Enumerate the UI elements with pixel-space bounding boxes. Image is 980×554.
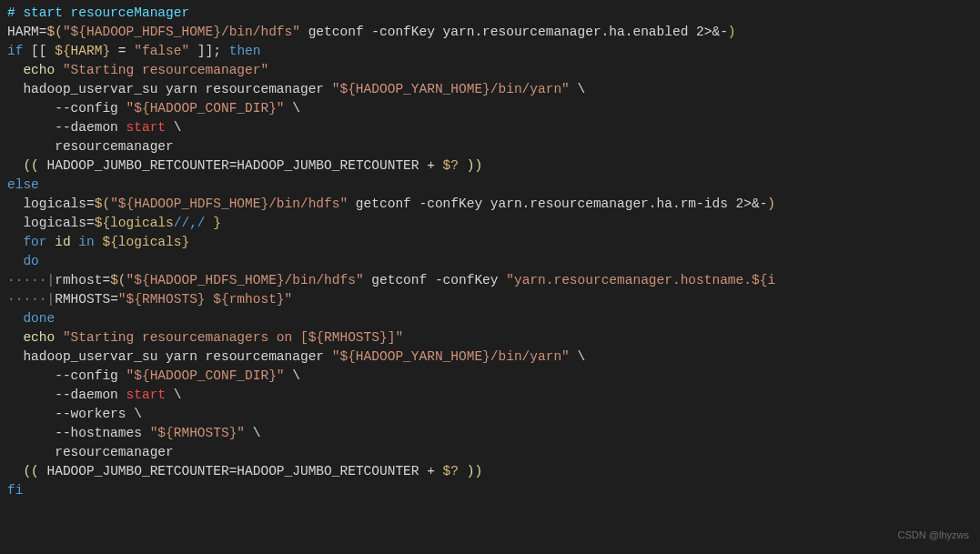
string: "${HADOOP_HDFS_HOME}/bin/hdfs" bbox=[63, 25, 300, 39]
param-close: } bbox=[206, 216, 221, 230]
keyword-fi: fi bbox=[7, 483, 23, 498]
var-name: rmhost bbox=[55, 273, 102, 287]
subshell-close: ) bbox=[728, 25, 736, 39]
code-line: --daemon start \ bbox=[7, 386, 980, 405]
code-line: logicals=$("${HADOOP_HDFS_HOME}/bin/hdfs… bbox=[7, 195, 980, 214]
command: hadoop_uservar_su yarn resourcemanager bbox=[7, 349, 332, 364]
args: getconf -confKey yarn.resourcemanager.ha… bbox=[300, 25, 728, 39]
var-name: RMHOSTS bbox=[55, 292, 110, 307]
subshell-open: $( bbox=[47, 25, 63, 39]
command: hadoop_uservar_su yarn resourcemanager bbox=[7, 82, 332, 96]
var-name: HARM bbox=[7, 25, 39, 39]
var-name: HADOOP_JUMBO_RETCOUNTER bbox=[237, 464, 419, 478]
string: "${RMHOSTS} ${rmhost}" bbox=[118, 292, 292, 307]
operator: = bbox=[39, 25, 47, 39]
bracket: [[ bbox=[23, 44, 55, 58]
continuation: \ bbox=[166, 120, 181, 135]
operator: = bbox=[86, 196, 95, 211]
pattern: //,/ bbox=[174, 216, 206, 230]
subshell-open: $( bbox=[110, 273, 126, 287]
indent bbox=[7, 235, 23, 249]
string: "yarn.resourcemanager.hostname.${i bbox=[506, 273, 775, 287]
keyword-if: if bbox=[7, 44, 23, 58]
continuation: \ bbox=[570, 349, 585, 364]
keyword-in: in bbox=[78, 235, 94, 249]
continuation: \ bbox=[285, 101, 300, 116]
operator: = bbox=[102, 273, 110, 287]
keyword-do: do bbox=[23, 254, 38, 268]
arith-open: (( bbox=[7, 158, 47, 173]
subshell-open: $( bbox=[95, 196, 110, 211]
subshell-close: ) bbox=[767, 196, 775, 211]
operator: = bbox=[110, 44, 134, 58]
loop-var: id bbox=[55, 235, 70, 249]
special-var: $? bbox=[443, 158, 459, 173]
subcommand: start bbox=[126, 388, 167, 402]
flag: --daemon bbox=[7, 120, 126, 135]
var-name: HADOOP_JUMBO_RETCOUNTER bbox=[47, 464, 229, 478]
string: "${HADOOP_YARN_HOME}/bin/yarn" bbox=[332, 82, 570, 96]
code-line: (( HADOOP_JUMBO_RETCOUNTER=HADOOP_JUMBO_… bbox=[7, 156, 980, 176]
var-name: logicals bbox=[7, 216, 86, 230]
operator: = bbox=[110, 292, 118, 307]
code-line: echo "Starting resourcemanager" bbox=[7, 61, 980, 80]
var-name: HADOOP_JUMBO_RETCOUNTER bbox=[237, 158, 419, 173]
string: "${HADOOP_CONF_DIR}" bbox=[126, 101, 285, 116]
operator: + bbox=[419, 158, 443, 173]
indent bbox=[7, 254, 23, 268]
code-line: --daemon start \ bbox=[7, 118, 980, 137]
string: "${HADOOP_HDFS_HOME}/bin/hdfs" bbox=[110, 196, 348, 211]
code-line: for id in ${logicals} bbox=[7, 233, 980, 252]
keyword-then: then bbox=[229, 44, 261, 58]
code-line: if [[ ${HARM} = "false" ]]; then bbox=[7, 42, 980, 61]
code-line: ·····|RMHOSTS="${RMHOSTS} ${rmhost}" bbox=[7, 290, 980, 309]
args: getconf -confKey bbox=[364, 273, 507, 287]
code-line: HARM=$("${HADOOP_HDFS_HOME}/bin/hdfs" ge… bbox=[7, 23, 980, 42]
var-ref: ${logicals} bbox=[102, 235, 189, 249]
flag: --workers \ bbox=[7, 407, 142, 421]
string: "Starting resourcemanagers on [${RMHOSTS… bbox=[63, 330, 403, 345]
code-line: logicals=${logicals//,/ } bbox=[7, 214, 980, 233]
space bbox=[55, 63, 63, 77]
whitespace-guide: ·····| bbox=[7, 292, 55, 307]
code-line: hadoop_uservar_su yarn resourcemanager "… bbox=[7, 80, 980, 99]
code-line: fi bbox=[7, 481, 980, 500]
builtin-echo: echo bbox=[23, 63, 55, 77]
code-line: --workers \ bbox=[7, 405, 980, 424]
var-name: logicals bbox=[7, 196, 86, 211]
comment: # start resourceManager bbox=[7, 5, 189, 20]
code-line: ·····|rmhost=$("${HADOOP_HDFS_HOME}/bin/… bbox=[7, 271, 980, 290]
continuation: \ bbox=[166, 388, 181, 402]
keyword-else: else bbox=[7, 177, 39, 192]
code-block: # start resourceManager HARM=$("${HADOOP… bbox=[7, 4, 980, 500]
code-line: resourcemanager bbox=[7, 443, 980, 462]
code-line: resourcemanager bbox=[7, 137, 980, 156]
arith-close: )) bbox=[459, 464, 482, 478]
flag: --config bbox=[7, 101, 126, 116]
arg: resourcemanager bbox=[7, 139, 174, 154]
continuation: \ bbox=[570, 82, 585, 96]
continuation: \ bbox=[245, 426, 260, 440]
indent bbox=[7, 311, 23, 326]
keyword-for: for bbox=[23, 235, 46, 249]
bracket: ]]; bbox=[189, 44, 229, 58]
args: getconf -confKey yarn.resourcemanager.ha… bbox=[348, 196, 767, 211]
code-line: done bbox=[7, 309, 980, 328]
code-line: echo "Starting resourcemanagers on [${RM… bbox=[7, 328, 980, 348]
flag: --config bbox=[7, 368, 126, 383]
string: "${HADOOP_HDFS_HOME}/bin/hdfs" bbox=[126, 273, 364, 287]
code-line: --config "${HADOOP_CONF_DIR}" \ bbox=[7, 367, 980, 386]
keyword-done: done bbox=[23, 311, 55, 326]
space bbox=[47, 235, 56, 249]
code-line: (( HADOOP_JUMBO_RETCOUNTER=HADOOP_JUMBO_… bbox=[7, 462, 980, 481]
operator: = bbox=[86, 216, 95, 230]
code-line: else bbox=[7, 176, 980, 195]
space bbox=[55, 330, 63, 345]
code-line: --hostnames "${RMHOSTS}" \ bbox=[7, 424, 980, 443]
code-line: --config "${HADOOP_CONF_DIR}" \ bbox=[7, 99, 980, 118]
operator: + bbox=[419, 464, 443, 478]
flag: --daemon bbox=[7, 388, 126, 402]
indent bbox=[7, 330, 23, 345]
indent bbox=[7, 63, 23, 77]
arg: resourcemanager bbox=[7, 445, 174, 459]
